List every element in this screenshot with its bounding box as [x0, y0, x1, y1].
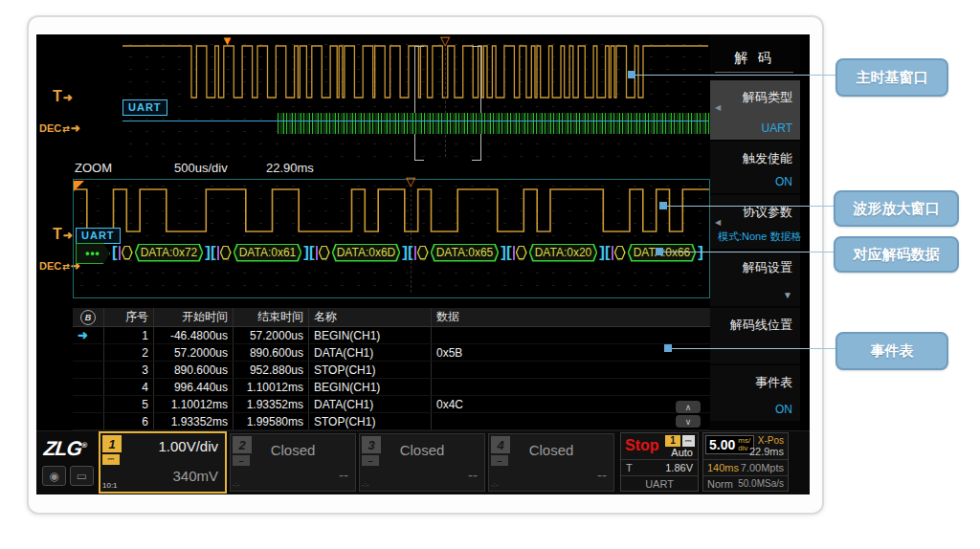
trigger-arrow-icon: ➜: [63, 229, 73, 242]
trigger-position-marker-icon[interactable]: ▽: [440, 36, 450, 46]
trigger-source-badge: 1: [665, 435, 680, 447]
channel-1-probe: 10:1: [102, 481, 118, 490]
decode-position-label[interactable]: DEC⇄➜: [39, 121, 80, 135]
menu-item-decode-settings[interactable]: 解码设置 ▼: [710, 251, 800, 306]
x-position: X-Pos 22.9ms: [749, 435, 784, 457]
timebase-block[interactable]: 5.00 ms/div X-Pos 22.9ms 140ms 7.00Mpts …: [702, 432, 789, 492]
channel-2-box[interactable]: 2 – -:- Closed --: [230, 433, 356, 492]
menu-item-event-table[interactable]: 事件表 ON: [710, 365, 800, 421]
frame-open-bracket: [: [112, 244, 118, 261]
data-hex: DATA:0x61: [234, 244, 302, 262]
drag-indicator-icon[interactable]: ▭: [70, 466, 94, 486]
data-hex: DATA:0x65: [431, 244, 500, 262]
table-cell: 1.93352ms: [154, 413, 234, 430]
channel-4-box[interactable]: 4 – -:- Closed --: [488, 433, 614, 492]
frame-open-bracket: [: [309, 244, 315, 261]
table-cell: 1: [104, 327, 154, 344]
table-row[interactable]: ➜1-46.4800us57.2000usBEGIN(CH1): [73, 327, 733, 344]
trigger-coupling-icon: ⎓: [682, 435, 695, 447]
screenshot-page: T➜ DEC⇄➜ T➜ DEC⇄➜ ▼ ▽ UART ZOOM: [0, 0, 980, 549]
trigger-status-block[interactable]: Stop 1 ⎓ Auto T 1.86V UART: [620, 432, 699, 492]
table-cell: 5: [104, 396, 154, 413]
trigger-arrow-icon: ➜: [63, 91, 73, 104]
col-seq: 序号: [104, 308, 154, 327]
timebase-scale: 5.00 ms/div: [705, 435, 754, 454]
uart-channel-badge[interactable]: UART: [122, 99, 167, 116]
frame-open-bracket: [: [211, 244, 216, 261]
trigger-level-value: 1.86V: [665, 462, 693, 473]
channel-3-box[interactable]: 3 – -:- Closed --: [359, 433, 485, 492]
anchor-square-decode-data: [656, 248, 663, 255]
trigger-position-line: [445, 48, 446, 157]
channel-3-probe: -:-: [362, 480, 369, 489]
data-hex: DATA:0x6D: [332, 244, 401, 262]
table-cell: -46.4800us: [154, 327, 234, 344]
start-bit-hex-icon: [614, 246, 626, 260]
table-row[interactable]: 257.2000us890.600usDATA(CH1)0x5B: [73, 344, 733, 362]
zoom-region-bracket-right[interactable]: [472, 46, 481, 161]
decode-menu: 解 码 ◀ 解码类型 UART 触发使能 ON ◀ 协议参数 模式:None 数…: [710, 34, 800, 430]
touch-indicator-icon[interactable]: ◉: [42, 466, 66, 486]
table-cell: STOP(CH1): [309, 362, 432, 379]
zoom-trigger-marker-icon[interactable]: ▽: [406, 177, 415, 187]
event-table-header: B 序号 开始时间 结束时间 名称 数据: [73, 308, 733, 327]
table-row[interactable]: 51.10012ms1.93352msDATA(CH1)0x4C: [73, 396, 733, 413]
burst-start-marker-icon[interactable]: ▼: [221, 36, 234, 46]
menu-item-decode-type[interactable]: ◀ 解码类型 UART: [710, 80, 800, 140]
zoom-waveform-path: [74, 189, 709, 231]
submenu-arrow-icon: ◀: [715, 218, 721, 227]
decode-swap-icon: ⇄: [62, 124, 70, 134]
callout-line-4: [672, 348, 835, 349]
table-row[interactable]: 61.93352ms1.99580msSTOP(CH1): [73, 413, 733, 430]
decode-frame: [DATA:0x61]: [211, 242, 309, 263]
trigger-level-label[interactable]: T➜: [53, 88, 73, 105]
col-start-time: 开始时间: [154, 308, 234, 327]
frame-open-bracket: [: [506, 244, 512, 261]
table-cell: 890.600us: [154, 362, 234, 379]
decode-frame: [DATA:0x6D]: [309, 242, 408, 263]
table-row[interactable]: 3890.600us952.880usSTOP(CH1): [73, 362, 733, 379]
frame-marker: [316, 246, 318, 260]
table-row[interactable]: 4996.440us1.10012msBEGIN(CH1): [73, 379, 733, 396]
zoom-decode-frames: [DATA:0x72][DATA:0x61][DATA:0x6D][DATA:0…: [112, 242, 703, 263]
channel-1-box[interactable]: 1 ⎓ 10:1 1.00V/div 340mV: [99, 431, 227, 494]
channel-4-status: Closed: [489, 442, 613, 458]
callout-main-timebase-window: 主时基窗口: [835, 58, 948, 97]
menu-item-protocol-params[interactable]: ◀ 协议参数 模式:None 数据格: [710, 195, 800, 249]
table-cell: [432, 362, 734, 379]
callout-line-1: [635, 75, 835, 76]
decode-continuation-box: •••: [76, 243, 110, 264]
table-cell: STOP(CH1): [309, 413, 432, 430]
menu-item-trigger-enable[interactable]: 触发使能 ON: [710, 142, 800, 193]
callout-line-2: [667, 206, 834, 207]
record-length-time: 140ms: [707, 462, 739, 473]
frame-open-bracket: [: [605, 244, 611, 261]
zoom-waveform: [74, 182, 709, 239]
table-cell: 1.10012ms: [154, 396, 234, 413]
frame-marker: [513, 246, 515, 260]
menu-item-decode-line-position[interactable]: 解码线位置: [710, 308, 800, 363]
start-bit-hex-icon: [417, 246, 429, 260]
scroll-up-button[interactable]: ∧: [676, 401, 701, 413]
zoom-region-bracket-left[interactable]: [414, 46, 424, 161]
start-bit-hex-icon: [516, 246, 527, 260]
table-cell: [432, 327, 734, 344]
dc-coupling-icon: ⎓: [102, 454, 120, 465]
table-cell: 0x5B: [432, 344, 734, 362]
decode-frame: [DATA:0x72]: [112, 242, 211, 263]
table-cell: DATA(CH1): [309, 344, 432, 362]
table-cell: 1.10012ms: [234, 379, 309, 396]
trigger-type: UART: [621, 476, 698, 492]
trigger-level-label-zoom[interactable]: T➜: [53, 226, 73, 243]
table-cell: BEGIN(CH1): [309, 379, 432, 396]
scroll-down-button[interactable]: ∨: [676, 415, 701, 428]
table-cell: 996.440us: [154, 379, 234, 396]
channel-2-status: Closed: [231, 442, 355, 458]
brand-logo: ZLG®: [43, 437, 87, 460]
frame-open-bracket: [: [408, 244, 413, 261]
callout-decode-data: 对应解码数据: [834, 236, 959, 273]
callout-line-3: [663, 252, 834, 253]
trigger-mode: Auto: [671, 447, 693, 458]
col-data: 数据: [432, 308, 734, 327]
main-decode-blocks: [278, 113, 729, 134]
